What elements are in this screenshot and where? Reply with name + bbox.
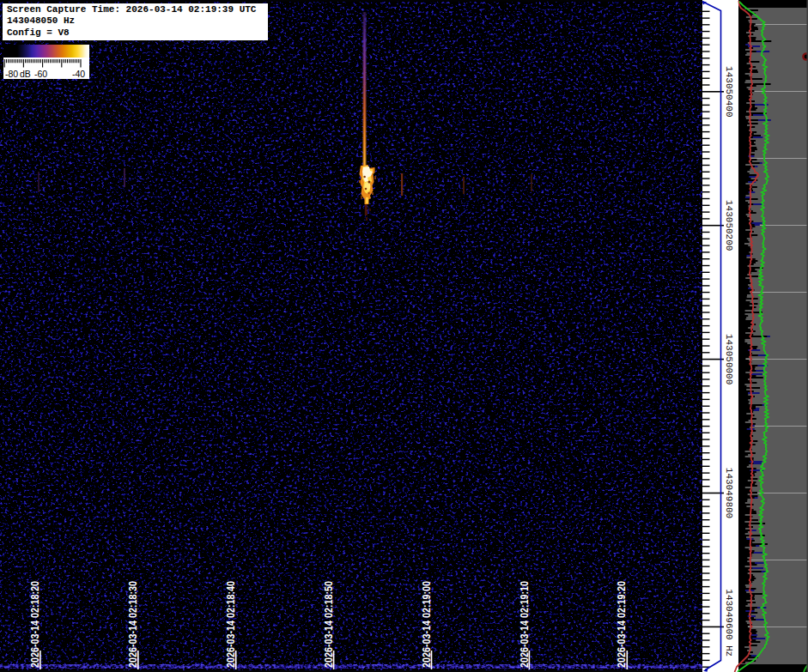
svg-text:2026-03-14 02:19:00: 2026-03-14 02:19:00 [421, 581, 433, 668]
svg-text:2026-03-14 02:18:50: 2026-03-14 02:18:50 [323, 581, 335, 668]
svg-text:143050200: 143050200 [724, 200, 734, 251]
svg-text:143050400: 143050400 [724, 66, 734, 117]
svg-text:Hz: Hz [724, 645, 734, 657]
svg-text:2026-03-14 02:18:30: 2026-03-14 02:18:30 [127, 581, 139, 668]
svg-text:dB: dB [20, 69, 31, 79]
svg-text:2026-03-14 02:19:10: 2026-03-14 02:19:10 [519, 581, 531, 668]
svg-text:2026-03-14 02:18:20: 2026-03-14 02:18:20 [29, 581, 41, 668]
svg-text:143050000: 143050000 [724, 334, 734, 384]
svg-text:-40: -40 [72, 69, 85, 79]
svg-text:-80: -80 [5, 69, 18, 79]
svg-text:2026-03-14 02:18:40: 2026-03-14 02:18:40 [225, 581, 237, 668]
svg-text:143049600: 143049600 [724, 589, 734, 639]
svg-text:-60: -60 [34, 69, 47, 79]
svg-text:2026-03-14 02:19:20: 2026-03-14 02:19:20 [616, 581, 628, 668]
svg-text:143049800: 143049800 [724, 468, 734, 518]
